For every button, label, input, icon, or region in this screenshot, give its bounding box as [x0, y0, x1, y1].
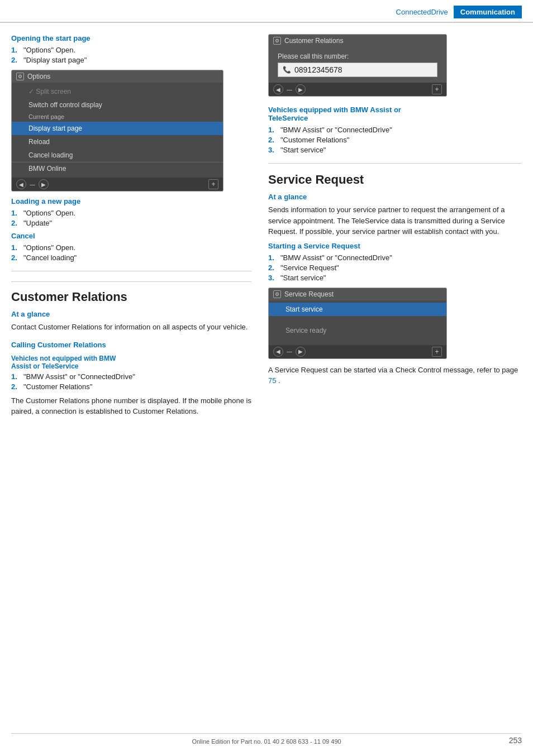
list-item: 2."Customer Relations" — [11, 382, 251, 391]
page-header: ConnectedDrive Communication — [0, 0, 533, 23]
list-item: 2."Display start page" — [11, 56, 251, 64]
footer-text: Online Edition for Part no. 01 40 2 608 … — [192, 738, 341, 745]
vehicles-equipped-title: Vehicles equipped with BMW Assist orTele… — [268, 106, 522, 122]
service-request-at-a-glance: At a glance Sends information to your se… — [268, 193, 522, 237]
screen-body: ✓ Split screen Switch off control displa… — [12, 83, 223, 178]
sr-plus-button[interactable]: + — [432, 347, 442, 357]
nav-right-arrow[interactable]: ▶ — [39, 179, 49, 189]
starting-service-request-section: Starting a Service Request 1."BMW Assist… — [268, 242, 522, 282]
split-screen-item: ✓ Split screen — [12, 85, 223, 98]
loading-new-page-section: Loading a new page 1."Options" Open. 2."… — [11, 197, 251, 227]
list-item: 2."Update" — [11, 219, 251, 227]
please-call-label: Please call this number: — [278, 52, 437, 60]
list-item: 1."Options" Open. — [11, 46, 251, 54]
cr-nav-right[interactable]: ▶ — [296, 84, 306, 94]
at-a-glance-title: At a glance — [11, 310, 251, 318]
phone-number: 08912345678 — [294, 65, 342, 74]
list-item: 3."Start service" — [268, 146, 522, 154]
list-item: 2."Customer Relations" — [268, 136, 522, 144]
sr-screen-title: Service Request — [284, 290, 334, 298]
page-number: 253 — [509, 736, 522, 745]
sr-nav-right[interactable]: ▶ — [296, 347, 306, 357]
list-item: 1."BMW Assist" or "ConnectedDrive" — [268, 126, 522, 134]
options-screen-mock: ⚙ Options ✓ Split screen Switch off cont… — [11, 70, 223, 192]
cr-screen-icon: ⚙ — [273, 37, 281, 45]
sr-screen-controls: ◀ — ▶ + — [269, 345, 446, 358]
sr-nav-left[interactable]: ◀ — [273, 347, 283, 357]
service-request-big-title: Service Request — [268, 173, 522, 187]
cr-screen-title: Customer Relations — [284, 37, 343, 45]
at-a-glance-text: Contact Customer Relations for informati… — [11, 322, 251, 333]
footnote: A Service Request can be started via a C… — [268, 365, 522, 386]
vehicles-not-equipped-subtitle: Vehicles not equipped with BMWAssist or … — [11, 355, 251, 370]
bmw-online-item: BMW Online — [12, 162, 223, 175]
vehicles-not-equipped-steps: 1."BMW Assist" or "ConnectedDrive" 2."Cu… — [11, 372, 251, 391]
footer: Online Edition for Part no. 01 40 2 608 … — [11, 733, 522, 745]
cancel-section: Cancel 1."Options" Open. 2."Cancel loadi… — [11, 232, 251, 262]
sr-screen-titlebar: ⚙ Service Request — [269, 288, 446, 300]
phone-icon: 📞 — [283, 66, 291, 74]
cancel-steps: 1."Options" Open. 2."Cancel loading" — [11, 243, 251, 262]
screen-controls: ◀ — ▶ + — [12, 178, 223, 191]
list-item: 1."Options" Open. — [11, 209, 251, 217]
vehicles-equipped-steps: 1."BMW Assist" or "ConnectedDrive" 2."Cu… — [268, 126, 522, 154]
screen-title: Options — [27, 73, 50, 80]
footnote-link[interactable]: 75 — [268, 376, 276, 385]
service-screen-body: Start service Service ready — [269, 300, 446, 345]
footnote-end: . — [278, 376, 280, 385]
nav-left-arrow[interactable]: ◀ — [16, 179, 26, 189]
switch-off-item: Switch off control display — [12, 98, 223, 112]
main-content: Opening the start page 1."Options" Open.… — [0, 23, 533, 422]
connecteddrive-label: ConnectedDrive — [396, 8, 448, 16]
footnote-text: A Service Request can be started via a C… — [268, 366, 518, 374]
customer-relations-big-title: Customer Relations — [11, 281, 251, 304]
plus-button[interactable]: + — [208, 179, 218, 189]
phone-screen: Please call this number: 📞 08912345678 — [269, 47, 446, 83]
list-item: 2."Cancel loading" — [11, 253, 251, 262]
service-ready-item: Service ready — [269, 324, 446, 337]
screen-titlebar: ⚙ Options — [12, 70, 223, 83]
phone-number-box: 📞 08912345678 — [278, 63, 437, 77]
reload-item: Reload — [12, 135, 223, 149]
communication-label: Communication — [454, 6, 522, 18]
start-service-item: Start service — [269, 303, 446, 316]
list-item: 1."BMW Assist" or "ConnectedDrive" — [268, 253, 522, 262]
opening-start-page-title: Opening the start page — [11, 34, 251, 42]
cr-screen-titlebar: ⚙ Customer Relations — [269, 35, 446, 47]
vehicles-not-equipped-note: The Customer Relations phone number is d… — [11, 395, 251, 417]
left-column: Opening the start page 1."Options" Open.… — [11, 34, 251, 422]
list-item: 2."Service Request" — [268, 264, 522, 272]
customer-relations-screen-mock: ⚙ Customer Relations Please call this nu… — [268, 34, 447, 97]
cr-screen-controls: ◀ — ▶ + — [269, 83, 446, 96]
vehicles-not-equipped-section: Vehicles not equipped with BMWAssist or … — [11, 355, 251, 417]
vehicles-equipped-section: Vehicles equipped with BMW Assist orTele… — [268, 106, 522, 154]
opening-start-page-steps: 1."Options" Open. 2."Display start page" — [11, 46, 251, 64]
cancel-title: Cancel — [11, 232, 251, 240]
display-start-page-item: Display start page — [12, 122, 223, 135]
options-icon: ⚙ — [16, 73, 24, 80]
starting-service-request-steps: 1."BMW Assist" or "ConnectedDrive" 2."Se… — [268, 253, 522, 282]
sr-screen-icon: ⚙ — [273, 290, 281, 298]
right-column: ⚙ Customer Relations Please call this nu… — [268, 34, 522, 422]
customer-relations-at-a-glance: At a glance Contact Customer Relations f… — [11, 310, 251, 333]
list-item: 1."BMW Assist" or "ConnectedDrive" — [11, 372, 251, 381]
cancel-loading-item: Cancel loading — [12, 149, 223, 162]
cr-nav-left[interactable]: ◀ — [273, 84, 283, 94]
loading-new-page-title: Loading a new page — [11, 197, 251, 205]
service-request-screen-mock: ⚙ Service Request Start service Service … — [268, 288, 447, 359]
service-request-at-a-glance-text: Sends information to your service partne… — [268, 204, 522, 237]
cr-plus-button[interactable]: + — [432, 84, 442, 94]
divider — [11, 271, 251, 271]
loading-new-page-steps: 1."Options" Open. 2."Update" — [11, 209, 251, 227]
list-item: 1."Options" Open. — [11, 243, 251, 252]
starting-service-request-title: Starting a Service Request — [268, 242, 522, 250]
current-page-label: Current page — [12, 112, 223, 122]
service-request-at-a-glance-title: At a glance — [268, 193, 522, 201]
right-divider — [268, 163, 522, 164]
opening-start-page-section: Opening the start page 1."Options" Open.… — [11, 34, 251, 64]
calling-customer-relations-title: Calling Customer Relations — [11, 341, 251, 349]
list-item: 3."Start service" — [268, 274, 522, 282]
